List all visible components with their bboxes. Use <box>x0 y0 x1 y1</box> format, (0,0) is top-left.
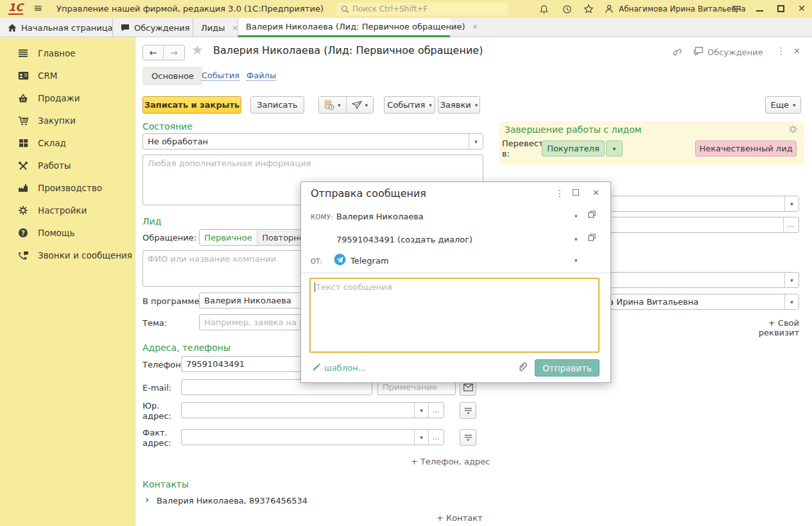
add-contact-link[interactable]: + Контакт <box>436 513 481 523</box>
choose-icon[interactable]: … <box>428 430 444 445</box>
sidebar-item-label: CRM <box>38 71 57 81</box>
app-title: Управление нашей фирмой, редакция 3.0 (1… <box>56 4 324 13</box>
sidebar-item-crm[interactable]: CRM <box>0 66 135 85</box>
copy-link-icon[interactable] <box>671 46 682 57</box>
discussion-icon[interactable] <box>693 47 704 56</box>
tab-close-icon[interactable]: × <box>232 24 238 32</box>
tab-leads[interactable]: Лиды × <box>193 18 238 37</box>
dropdown-icon[interactable]: ▾ <box>574 257 578 264</box>
notifications-bell-icon[interactable] <box>538 3 549 15</box>
lines-menu-icon <box>464 407 472 415</box>
global-search-input[interactable]: Поиск Ctrl+Shift+F <box>336 3 508 15</box>
more-button[interactable]: Еще▾ <box>765 96 801 114</box>
convert-dropdown-button[interactable]: ▾ <box>606 140 623 157</box>
legal-address-label: Юр. адрес: <box>143 401 176 421</box>
sidebar-item-help[interactable]: ? Помощь <box>0 223 135 242</box>
tab-close-icon[interactable]: × <box>472 22 478 31</box>
from-label: ОТ: <box>311 258 323 265</box>
appeal-primary-option[interactable]: Первичное <box>200 230 257 245</box>
tab-label: Лиды <box>201 23 225 33</box>
sidebar-item-main[interactable]: Главное <box>0 44 135 63</box>
attach-paperclip-icon[interactable] <box>517 361 528 372</box>
history-icon[interactable] <box>561 3 573 15</box>
current-user-name[interactable]: Абнагимова Ирина Витальевна <box>619 4 746 13</box>
message-textarea[interactable]: Текст сообщения <box>309 278 600 353</box>
actual-address-field[interactable]: ▾ … <box>181 429 444 445</box>
tab-lead-card[interactable]: Валерия Николаева (Лид: Первичное обраще… <box>238 18 450 37</box>
events-menu-button[interactable]: События▾ <box>384 96 435 114</box>
dropdown-icon[interactable]: ▾ <box>414 430 428 445</box>
add-phone-address-link[interactable]: + Телефон, адрес <box>411 457 481 466</box>
panel-gear-icon[interactable] <box>788 124 798 134</box>
state-section-header: Состояние <box>143 121 193 132</box>
template-link[interactable]: шаблон... <box>324 363 366 373</box>
send-button[interactable]: Отправить <box>535 359 600 377</box>
dialog-maximize-icon[interactable] <box>573 189 579 196</box>
add-attribute-link[interactable]: + Свой реквизит <box>732 318 799 337</box>
dropdown-icon: ▾ <box>338 102 341 108</box>
dialog-more-icon[interactable]: ⋮ <box>555 188 564 198</box>
dropdown-icon[interactable]: ▾ <box>784 273 799 287</box>
lines-menu-icon <box>464 434 472 442</box>
message-placeholder: Текст сообщения <box>316 282 392 292</box>
contact-item[interactable]: Валерия Николаева, 89376456534 <box>157 496 307 505</box>
window-minimize-button[interactable] <box>756 10 763 12</box>
save-button[interactable]: Записать <box>250 96 304 114</box>
open-card-icon[interactable] <box>588 210 596 218</box>
sidebar-item-warehouse[interactable]: Склад <box>0 133 135 153</box>
one-c-logo: 1С <box>8 2 23 15</box>
favorite-star-icon[interactable]: ★ <box>191 42 203 58</box>
user-icon[interactable] <box>603 3 615 15</box>
window-maximize-button[interactable] <box>777 5 784 12</box>
save-close-button[interactable]: Записать и закрыть <box>143 96 241 114</box>
legal-address-menu-button[interactable] <box>460 402 476 419</box>
choose-icon[interactable]: … <box>428 403 444 418</box>
requests-menu-button[interactable]: Заявки▾ <box>438 96 480 114</box>
dropdown-icon[interactable]: ▾ <box>414 403 428 418</box>
bad-lead-button[interactable]: Некачественный лид <box>695 140 797 157</box>
dialog-close-icon[interactable]: ✕ <box>592 188 600 198</box>
sidebar-item-works[interactable]: Работы <box>0 156 135 175</box>
sidebar-item-purchases[interactable]: Закупки <box>0 111 135 130</box>
state-select[interactable]: Не обработан ▾ <box>143 133 483 149</box>
to-recipient-field[interactable]: Валерия Николаева <box>336 212 424 221</box>
favorites-star-icon[interactable] <box>583 3 594 15</box>
sidebar-item-calls-messages[interactable]: Звонки и сообщения <box>0 246 135 265</box>
dropdown-icon[interactable]: ▾ <box>574 213 578 219</box>
dropdown-icon[interactable]: ▾ <box>784 294 799 309</box>
sales-basket-icon <box>17 92 29 104</box>
discussion-label[interactable]: Обсуждение <box>707 47 763 57</box>
to-phone-field[interactable]: 79591043491 (создать диалог) <box>336 235 472 244</box>
back-button[interactable]: ← <box>143 46 164 60</box>
dropdown-icon[interactable]: ▾ <box>469 134 483 149</box>
sidebar-item-sales[interactable]: Продажи <box>0 89 135 108</box>
forward-button[interactable]: → <box>164 46 184 60</box>
expand-chevron-icon[interactable]: › <box>145 494 149 505</box>
form-tab-files[interactable]: Файлы <box>246 71 276 81</box>
sidebar-item-settings[interactable]: Настройки <box>0 201 135 220</box>
sidebar-item-label: Закупки <box>38 115 76 126</box>
open-card-icon[interactable] <box>588 233 596 241</box>
dropdown-icon[interactable]: ▾ <box>574 236 578 242</box>
window-close-button[interactable]: ✕ <box>798 3 806 13</box>
tab-discussions[interactable]: Обсуждения <box>113 18 193 37</box>
from-channel-field[interactable]: Telegram <box>350 256 389 266</box>
page-title: Валерия Николаева (Лид: Первичное обраще… <box>213 44 483 56</box>
legal-address-field[interactable]: ▾ … <box>181 402 444 418</box>
convert-to-buyer-button[interactable]: Покупателя <box>542 140 605 157</box>
phone-field[interactable]: 79591043491 <box>181 356 309 372</box>
create-event-button[interactable]: ▾ <box>319 97 346 113</box>
send-message-button[interactable]: ▾ <box>346 97 374 113</box>
sidebar-item-production[interactable]: Производство <box>0 178 135 198</box>
tab-home[interactable]: Начальная страница <box>0 18 113 37</box>
service-menu-icon[interactable] <box>730 3 742 15</box>
form-close-icon[interactable]: ✕ <box>793 46 800 56</box>
actual-address-menu-button[interactable] <box>460 429 476 446</box>
form-tab-events[interactable]: События <box>202 71 239 81</box>
telegram-icon <box>334 253 346 266</box>
form-tab-main[interactable]: Основное <box>143 67 203 85</box>
main-menu-icon[interactable]: ≡ <box>33 1 42 14</box>
dropdown-icon[interactable]: ▾ <box>784 196 799 211</box>
form-more-icon[interactable]: ⋮ <box>777 46 786 56</box>
choose-icon[interactable]: … <box>783 217 799 232</box>
